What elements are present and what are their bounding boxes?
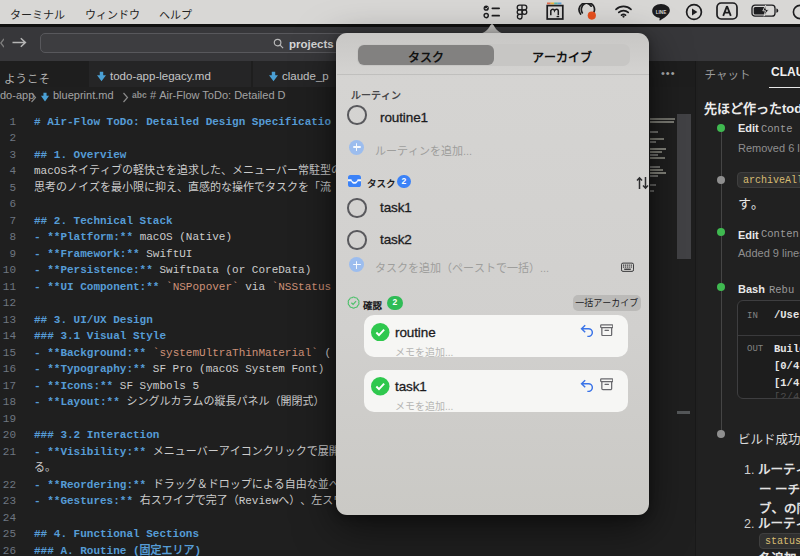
svg-text:LINE: LINE xyxy=(656,10,666,15)
